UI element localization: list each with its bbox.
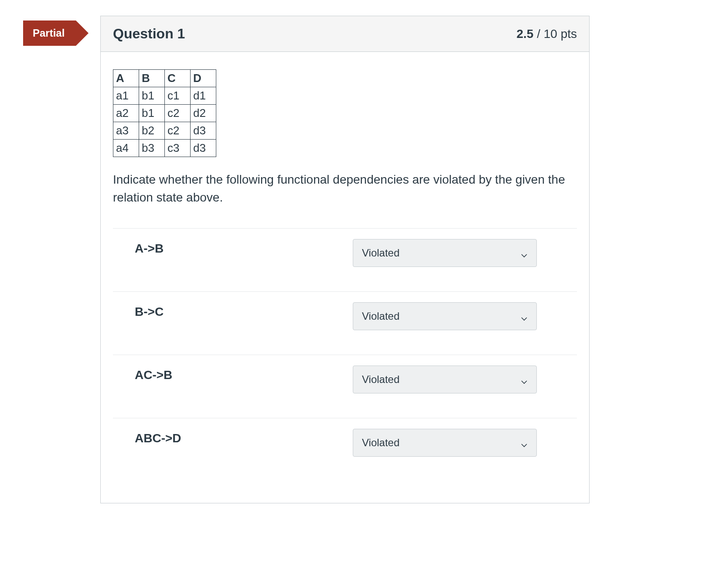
chevron-down-icon <box>521 250 528 256</box>
table-cell: a3 <box>113 122 139 140</box>
table-cell: c3 <box>165 140 191 157</box>
points-total: 10 pts <box>544 27 577 41</box>
table-cell: d3 <box>191 140 216 157</box>
table-cell: b1 <box>139 87 165 105</box>
table-cell: c1 <box>165 87 191 105</box>
col-header: B <box>139 70 165 87</box>
question-title: Question 1 <box>113 26 185 42</box>
fd-select[interactable]: Violated <box>353 429 537 457</box>
table-cell: c2 <box>165 105 191 122</box>
fd-label: AC->B <box>113 366 353 382</box>
fd-select-value: Violated <box>362 373 399 386</box>
table-header-row: A B C D <box>113 70 216 87</box>
fd-row: A->B Violated <box>113 228 577 291</box>
question-card: Partial Question 1 2.5 / 10 pts A B C D … <box>100 16 590 503</box>
fd-select-value: Violated <box>362 437 399 449</box>
fd-select[interactable]: Violated <box>353 302 537 330</box>
fd-label: B->C <box>113 302 353 319</box>
table-cell: c2 <box>165 122 191 140</box>
col-header: A <box>113 70 139 87</box>
fd-row: ABC->D Violated <box>113 418 577 481</box>
table-row: a4 b3 c3 d3 <box>113 140 216 157</box>
status-badge: Partial <box>23 21 76 46</box>
table-row: a2 b1 c2 d2 <box>113 105 216 122</box>
chevron-down-icon <box>521 376 528 383</box>
table-cell: d3 <box>191 122 216 140</box>
table-cell: b1 <box>139 105 165 122</box>
table-cell: a1 <box>113 87 139 105</box>
table-cell: a2 <box>113 105 139 122</box>
fd-select-value: Violated <box>362 247 399 259</box>
table-cell: b3 <box>139 140 165 157</box>
col-header: C <box>165 70 191 87</box>
fd-row: B->C Violated <box>113 291 577 355</box>
points-earned: 2.5 <box>516 27 533 41</box>
points-sep: / <box>533 27 543 41</box>
fd-row: AC->B Violated <box>113 355 577 418</box>
table-cell: b2 <box>139 122 165 140</box>
fd-select-value: Violated <box>362 310 399 322</box>
col-header: D <box>191 70 216 87</box>
chevron-down-icon <box>521 313 528 320</box>
table-cell: a4 <box>113 140 139 157</box>
table-cell: d1 <box>191 87 216 105</box>
fd-label: ABC->D <box>113 429 353 445</box>
chevron-down-icon <box>521 439 528 446</box>
question-header: Question 1 2.5 / 10 pts <box>101 16 589 52</box>
table-row: a3 b2 c2 d3 <box>113 122 216 140</box>
fd-select[interactable]: Violated <box>353 239 537 267</box>
fd-label: A->B <box>113 239 353 256</box>
fd-select[interactable]: Violated <box>353 366 537 393</box>
relation-table: A B C D a1 b1 c1 d1 a2 b1 c2 d2 <box>113 69 216 157</box>
table-row: a1 b1 c1 d1 <box>113 87 216 105</box>
question-points: 2.5 / 10 pts <box>516 27 577 41</box>
status-badge-text: Partial <box>33 27 65 39</box>
question-prompt: Indicate whether the following functiona… <box>113 171 577 206</box>
question-body: A B C D a1 b1 c1 d1 a2 b1 c2 d2 <box>101 52 589 503</box>
table-cell: d2 <box>191 105 216 122</box>
